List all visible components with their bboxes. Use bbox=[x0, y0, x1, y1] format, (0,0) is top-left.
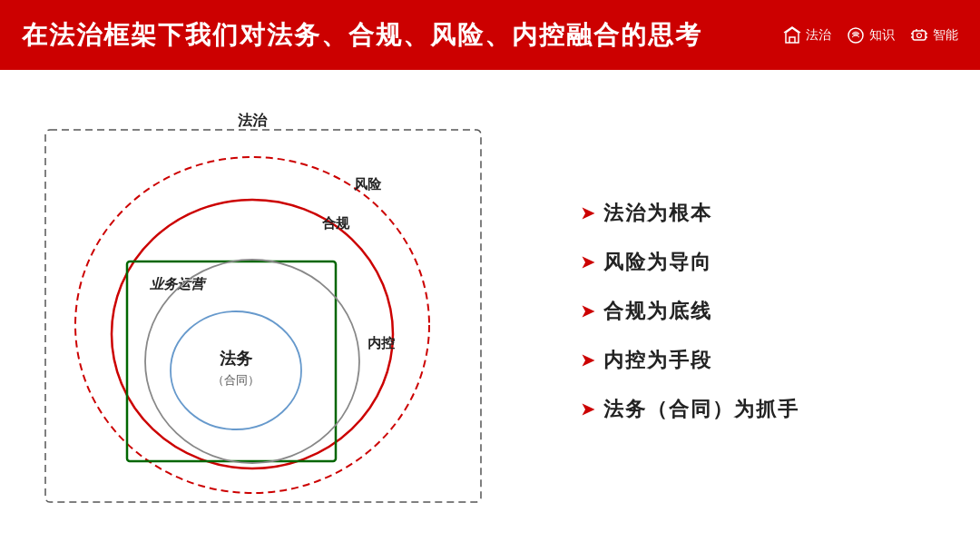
zhishi-icon bbox=[846, 25, 866, 45]
label-fawu: 法务 bbox=[220, 350, 253, 368]
diagram-area: 法治 风险 合规 业务运营 内控 法务 （合同） bbox=[0, 79, 563, 543]
icon-zhishi: 知识 bbox=[846, 25, 895, 45]
right-item-3: ➤ 合规为底线 bbox=[581, 291, 953, 332]
arrow-icon-1: ➤ bbox=[581, 203, 594, 223]
right-text-1: 法治为根本 bbox=[603, 200, 712, 227]
icon-zhineng: 智能 bbox=[909, 25, 958, 45]
label-neikong: 内控 bbox=[368, 335, 395, 350]
svg-point-14 bbox=[171, 311, 301, 429]
fazhi-icon bbox=[782, 25, 802, 45]
right-text-2: 风险为导向 bbox=[603, 249, 712, 276]
right-item-4: ➤ 内控为手段 bbox=[581, 340, 953, 381]
diagram-svg: 法治 风险 合规 业务运营 内控 法务 （合同） bbox=[18, 84, 544, 538]
right-item-5: ➤ 法务（合同）为抓手 bbox=[581, 389, 953, 430]
zhineng-label: 智能 bbox=[933, 27, 958, 44]
icon-fazhi: 法治 bbox=[782, 25, 831, 45]
svg-point-2 bbox=[917, 33, 922, 37]
zhineng-icon bbox=[909, 25, 929, 45]
arrow-icon-4: ➤ bbox=[581, 350, 594, 370]
label-hegui: 合规 bbox=[321, 215, 350, 231]
label-fazhi: 法治 bbox=[238, 113, 268, 128]
header: 在法治框架下我们对法务、合规、风险、内控融合的思考 法治 知识 bbox=[0, 0, 980, 70]
right-text-5: 法务（合同）为抓手 bbox=[603, 396, 799, 423]
label-fengxian: 风险 bbox=[353, 176, 382, 192]
svg-point-10 bbox=[75, 157, 429, 493]
arrow-icon-3: ➤ bbox=[581, 301, 594, 321]
right-text-3: 合规为底线 bbox=[603, 298, 712, 325]
fazhi-label: 法治 bbox=[806, 27, 831, 44]
zhishi-label: 知识 bbox=[869, 27, 895, 44]
main-content: 法治 风险 合规 业务运营 内控 法务 （合同） ➤ bbox=[0, 70, 980, 552]
right-item-2: ➤ 风险为导向 bbox=[581, 242, 953, 283]
label-hetong: （合同） bbox=[212, 373, 260, 387]
header-icons: 法治 知识 bbox=[782, 25, 958, 45]
right-item-1: ➤ 法治为根本 bbox=[581, 192, 953, 234]
right-panel: ➤ 法治为根本 ➤ 风险为导向 ➤ 合规为底线 ➤ 内控为手段 ➤ 法务（合同）… bbox=[563, 79, 980, 543]
svg-rect-1 bbox=[913, 31, 926, 40]
arrow-icon-5: ➤ bbox=[581, 399, 594, 419]
arrow-icon-2: ➤ bbox=[581, 252, 594, 272]
right-text-4: 内控为手段 bbox=[603, 347, 712, 374]
page-title: 在法治框架下我们对法务、合规、风险、内控融合的思考 bbox=[22, 18, 702, 53]
